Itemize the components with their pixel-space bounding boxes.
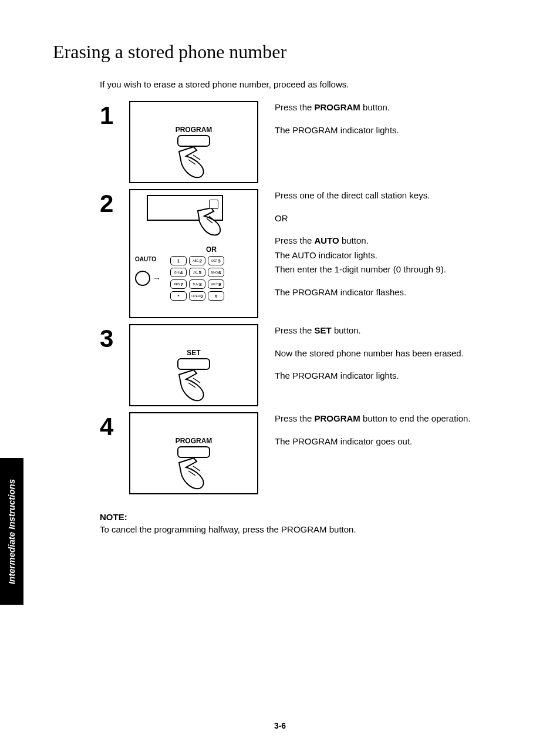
- step-number: 3: [100, 324, 129, 351]
- t: PROGRAM: [315, 102, 360, 112]
- t: button to end the operation.: [360, 413, 471, 423]
- keypad-key: DEF3: [208, 256, 224, 265]
- keypad-key: OPER0: [189, 291, 205, 301]
- button-graphic: [177, 135, 210, 147]
- hand-icon: [173, 146, 214, 181]
- keypad-key: GHI4: [170, 268, 187, 277]
- t: The PROGRAM indicator lights.: [275, 124, 525, 137]
- auto-label: OAUTO: [135, 256, 170, 262]
- t: Press one of the direct call station key…: [275, 189, 525, 203]
- button-graphic: [177, 446, 210, 458]
- t: PROGRAM: [315, 413, 360, 423]
- keypad-key: ABC2: [189, 256, 205, 265]
- t: SET: [315, 325, 332, 335]
- t: button.: [339, 235, 369, 245]
- page-number: 3-6: [0, 721, 560, 730]
- figure-label: PROGRAM: [130, 126, 257, 134]
- t: button.: [360, 102, 390, 112]
- t: The AUTO indicator lights.: [275, 249, 525, 262]
- or-label: OR: [170, 245, 252, 254]
- step-3-text: Press the SET button. Now the stored pho…: [275, 324, 525, 392]
- hand-icon: [173, 369, 214, 404]
- side-tab: Intermediate Instructions: [0, 458, 23, 605]
- t: The PROGRAM indicator lights.: [275, 369, 525, 383]
- step-number: 1: [100, 101, 129, 128]
- steps-container: 1 PROGRAM Press the PROGRAM button. The …: [100, 101, 525, 494]
- step-number: 4: [100, 412, 129, 439]
- t: Press the: [275, 413, 315, 423]
- t: Press the: [275, 325, 315, 335]
- keypad-key: PRS7: [170, 279, 187, 289]
- keypad-key: MNO6: [208, 268, 224, 277]
- figure-keypad: OR OAUTO → 1ABC2DEF3GHI4JKL5MNO6PRS7TUV8…: [129, 189, 258, 318]
- step-4: 4 PROGRAM Press the PROGRAM button to en…: [100, 412, 525, 494]
- t: button.: [332, 325, 361, 335]
- step-2-text: Press one of the direct call station key…: [275, 189, 525, 308]
- figure-label: PROGRAM: [130, 437, 257, 445]
- t: Now the stored phone number has been era…: [275, 347, 525, 360]
- arrow-icon: →: [153, 274, 161, 283]
- keypad-grid: 1ABC2DEF3GHI4JKL5MNO6PRS7TUV8WXY9*OPER0#: [170, 256, 224, 301]
- figure-program-button: PROGRAM: [129, 101, 258, 183]
- t: Then enter the 1-digit number (0 through…: [275, 263, 525, 277]
- step-number: 2: [100, 189, 129, 216]
- figure-label: SET: [130, 349, 257, 357]
- hand-icon: [173, 457, 214, 492]
- t: OR: [275, 212, 525, 225]
- keypad-key: *: [170, 291, 187, 301]
- t: Press the: [275, 102, 315, 112]
- t: AUTO: [315, 235, 339, 245]
- keypad-key: TUV8: [189, 279, 205, 289]
- intro-text: If you wish to erase a stored phone numb…: [100, 79, 525, 89]
- side-tab-label: Intermediate Instructions: [7, 479, 17, 584]
- hand-icon: [195, 208, 236, 237]
- keypad-key: JKL5: [189, 268, 205, 277]
- step-4-text: Press the PROGRAM button to end the oper…: [275, 412, 525, 457]
- note-block: NOTE: To cancel the programming halfway,…: [100, 512, 525, 534]
- t: The PROGRAM indicator goes out.: [275, 435, 525, 449]
- note-body: To cancel the programming halfway, press…: [100, 524, 525, 534]
- t: The PROGRAM indicator flashes.: [275, 286, 525, 299]
- keypad-key: #: [208, 291, 224, 301]
- step-2: 2 OR OAUTO → 1ABC2DEF3GHI4JKL5MNO6PRS7TU…: [100, 189, 525, 318]
- keypad-key: WXY9: [208, 279, 224, 289]
- step-1: 1 PROGRAM Press the PROGRAM button. The …: [100, 101, 525, 183]
- figure-set-button: SET: [129, 324, 258, 406]
- auto-circle-icon: [135, 271, 150, 286]
- keypad-key: 1: [170, 256, 187, 265]
- step-1-text: Press the PROGRAM button. The PROGRAM in…: [275, 101, 525, 146]
- step-3: 3 SET Press the SET button. Now the stor…: [100, 324, 525, 406]
- button-graphic: [177, 358, 210, 370]
- t: Press the: [275, 235, 315, 245]
- figure-program-button: PROGRAM: [129, 412, 258, 494]
- note-heading: NOTE:: [100, 512, 525, 522]
- page-title: Erasing a stored phone number: [53, 41, 525, 63]
